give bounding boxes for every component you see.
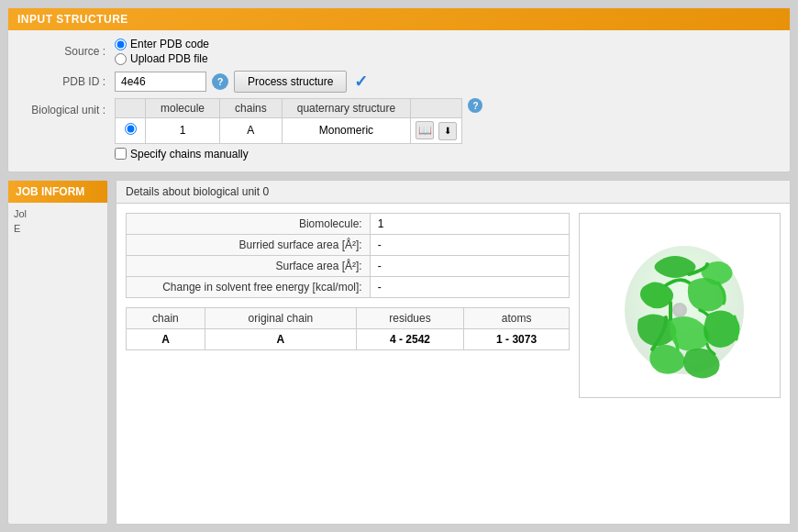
enter-pdb-label: Enter PDB code bbox=[130, 38, 209, 50]
info-value-burried: - bbox=[370, 234, 569, 255]
protein-visualization-container bbox=[579, 213, 781, 398]
info-value-biomolecule: 1 bbox=[370, 213, 569, 234]
source-row: Source : Enter PDB code Upload PDB file bbox=[23, 38, 775, 65]
input-structure-body: Source : Enter PDB code Upload PDB file … bbox=[8, 30, 790, 172]
chain-row-chain: A bbox=[127, 328, 205, 349]
bio-row-molecule: 1 bbox=[146, 118, 220, 144]
bio-table-row: 1 A Monomeric 📖 ⬇ bbox=[116, 118, 462, 144]
download-icon-btn[interactable]: ⬇ bbox=[438, 122, 457, 140]
job-info-panel: JOB INFORM Jol E bbox=[7, 180, 108, 526]
bio-row-chains: A bbox=[220, 118, 283, 144]
bio-unit-radio[interactable] bbox=[125, 123, 137, 135]
enter-pdb-radio[interactable] bbox=[115, 39, 127, 50]
bio-table-header-row: molecule chains quaternary structure bbox=[116, 99, 462, 118]
info-row-biomolecule: Biomolecule: 1 bbox=[127, 213, 570, 234]
bio-row-actions: 📖 ⬇ bbox=[411, 118, 462, 144]
chain-table: chain original chain residues atoms A A … bbox=[126, 307, 570, 350]
bio-col-molecule: molecule bbox=[146, 99, 220, 118]
bio-row-radio-cell[interactable] bbox=[116, 118, 146, 144]
pdb-id-input[interactable] bbox=[115, 72, 206, 92]
details-body: Biomolecule: 1 Burried surface area [Å²]… bbox=[116, 204, 790, 407]
biological-unit-table: molecule chains quaternary structure bbox=[115, 98, 462, 144]
specify-chains-label[interactable]: Specify chains manually bbox=[130, 148, 249, 161]
details-panel: Details about biological unit 0 Biomolec… bbox=[116, 180, 791, 526]
job-info-header: JOB INFORM bbox=[8, 181, 107, 203]
biological-unit-row: Biological unit : molecule chains quater… bbox=[23, 98, 775, 144]
input-structure-panel: INPUT STRUCTURE Source : Enter PDB code … bbox=[7, 7, 791, 172]
info-label-biomolecule: Biomolecule: bbox=[127, 213, 371, 234]
details-left: Biomolecule: 1 Burried surface area [Å²]… bbox=[126, 213, 570, 398]
upload-pdb-label: Upload PDB file bbox=[130, 52, 208, 65]
process-structure-button[interactable]: Process structure bbox=[234, 71, 347, 93]
svg-point-3 bbox=[675, 305, 684, 315]
enter-pdb-option[interactable]: Enter PDB code bbox=[115, 38, 209, 50]
info-table: Biomolecule: 1 Burried surface area [Å²]… bbox=[126, 213, 570, 298]
chain-col-chain: chain bbox=[127, 307, 205, 328]
specify-chains-checkbox[interactable] bbox=[115, 148, 127, 160]
info-value-surface: - bbox=[370, 255, 569, 276]
bio-col-actions bbox=[411, 99, 462, 118]
bio-col-quaternary: quaternary structure bbox=[282, 99, 410, 118]
info-label-surface: Surface area [Å²]: bbox=[127, 255, 371, 276]
info-label-energy: Change in solvent free energy [kcal/mol]… bbox=[127, 276, 371, 297]
pdb-id-label: PDB ID : bbox=[23, 75, 115, 88]
main-container: INPUT STRUCTURE Source : Enter PDB code … bbox=[0, 0, 798, 532]
bio-col-empty bbox=[116, 99, 146, 118]
upload-pdb-option[interactable]: Upload PDB file bbox=[115, 52, 209, 65]
info-row-energy: Change in solvent free energy [kcal/mol]… bbox=[127, 276, 570, 297]
bio-col-chains: chains bbox=[220, 99, 283, 118]
biological-unit-table-wrapper: molecule chains quaternary structure bbox=[115, 98, 462, 144]
info-value-energy: - bbox=[370, 276, 569, 297]
source-label: Source : bbox=[23, 45, 115, 58]
book-icon-btn[interactable]: 📖 bbox=[416, 121, 434, 139]
chain-row-atoms: 1 - 3073 bbox=[464, 328, 570, 349]
job-field-email: E bbox=[14, 223, 102, 234]
info-row-surface: Surface area [Å²]: - bbox=[127, 255, 570, 276]
chain-col-residues: residues bbox=[356, 307, 463, 328]
chain-table-header-row: chain original chain residues atoms bbox=[127, 307, 570, 328]
protein-visualization bbox=[588, 214, 771, 397]
pdb-id-row: PDB ID : ? Process structure ✓ bbox=[23, 71, 775, 93]
details-header: Details about biological unit 0 bbox=[116, 181, 790, 204]
chain-row-original: A bbox=[205, 328, 356, 349]
biological-unit-label: Biological unit : bbox=[23, 98, 115, 116]
chain-col-original: original chain bbox=[205, 307, 356, 328]
upload-pdb-radio[interactable] bbox=[115, 53, 127, 65]
chain-row-residues: 4 - 2542 bbox=[356, 328, 463, 349]
process-check-icon: ✓ bbox=[354, 72, 368, 92]
bottom-section: JOB INFORM Jol E Details about biologica… bbox=[0, 180, 798, 533]
protein-svg bbox=[588, 214, 771, 397]
bio-row-quaternary: Monomeric bbox=[282, 118, 410, 144]
bio-unit-help-icon[interactable]: ? bbox=[468, 98, 482, 113]
input-structure-header: INPUT STRUCTURE bbox=[8, 8, 790, 30]
specify-chains-row: Specify chains manually bbox=[115, 148, 775, 161]
info-row-burried: Burried surface area [Å²]: - bbox=[127, 234, 570, 255]
chain-table-row: A A 4 - 2542 1 - 3073 bbox=[127, 328, 570, 349]
info-label-burried: Burried surface area [Å²]: bbox=[127, 234, 371, 255]
job-info-body: Jol E bbox=[8, 203, 107, 243]
chain-col-atoms: atoms bbox=[464, 307, 570, 328]
pdb-help-icon[interactable]: ? bbox=[212, 73, 228, 90]
job-field-job: Jol bbox=[14, 208, 102, 219]
source-radio-group: Enter PDB code Upload PDB file bbox=[115, 38, 209, 65]
